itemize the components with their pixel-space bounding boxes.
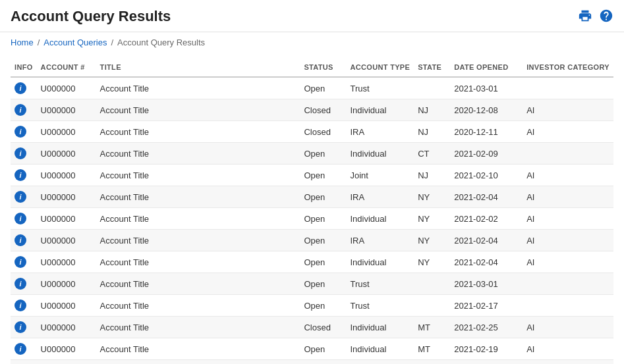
- cell-status: Open: [300, 251, 346, 273]
- table-row: iU000000Account TitleClosedIndividualNJ2…: [11, 99, 613, 121]
- cell-status: Open: [300, 360, 346, 365]
- info-icon[interactable]: i: [14, 213, 26, 224]
- cell-title: Account Title: [96, 273, 300, 295]
- info-icon[interactable]: i: [14, 147, 26, 159]
- col-header-info: INFO: [11, 58, 37, 77]
- cell-dateopened: 2021-02-10: [450, 360, 523, 365]
- cell-title: Account Title: [96, 208, 300, 230]
- info-icon[interactable]: i: [14, 278, 26, 290]
- cell-investorcategory: [523, 143, 613, 165]
- cell-account: U000000: [37, 317, 96, 338]
- col-header-dateopened: DATE OPENED: [450, 58, 523, 77]
- cell-account: U000000: [37, 165, 96, 186]
- cell-accounttype: Individual: [346, 99, 414, 121]
- info-icon[interactable]: i: [14, 343, 26, 355]
- cell-investorcategory: AI: [523, 121, 613, 143]
- cell-investorcategory: AI: [523, 99, 613, 121]
- cell-dateopened: 2021-02-04: [450, 230, 523, 251]
- cell-accounttype: Individual: [346, 317, 414, 338]
- cell-dateopened: 2020-12-11: [450, 121, 523, 143]
- col-header-account: ACCOUNT #: [37, 58, 96, 77]
- cell-title: Account Title: [96, 251, 300, 273]
- table-row: iU000000Account TitleOpenIndividualMT202…: [11, 338, 613, 360]
- table-row: iU000000Account TitleClosedIndividualMT2…: [11, 317, 613, 338]
- cell-investorcategory: [523, 273, 613, 295]
- cell-info: i: [11, 121, 37, 143]
- info-icon[interactable]: i: [14, 256, 26, 268]
- cell-status: Open: [300, 143, 346, 165]
- col-header-state: STATE: [414, 58, 450, 77]
- cell-dateopened: 2021-02-17: [450, 295, 523, 317]
- cell-status: Open: [300, 165, 346, 186]
- cell-state: [414, 77, 450, 99]
- table-header-row: INFO ACCOUNT # TITLE STATUS ACCOUNT TYPE…: [11, 58, 613, 77]
- cell-account: U000000: [37, 143, 96, 165]
- breadcrumb-account-queries[interactable]: Account Queries: [43, 38, 107, 47]
- cell-accounttype: Trust: [346, 273, 414, 295]
- cell-title: Account Title: [96, 295, 300, 317]
- cell-title: Account Title: [96, 360, 300, 365]
- cell-investorcategory: [523, 77, 613, 99]
- cell-investorcategory: AI: [523, 186, 613, 208]
- cell-account: U000000: [37, 338, 96, 360]
- cell-title: Account Title: [96, 121, 300, 143]
- info-icon[interactable]: i: [14, 191, 26, 203]
- cell-dateopened: 2021-02-25: [450, 317, 523, 338]
- cell-state: NJ: [414, 121, 450, 143]
- cell-accounttype: Trust: [346, 360, 414, 365]
- cell-accounttype: Individual: [346, 251, 414, 273]
- cell-title: Account Title: [96, 230, 300, 251]
- info-icon[interactable]: i: [14, 169, 26, 181]
- cell-state: NJ: [414, 99, 450, 121]
- cell-account: U000000: [37, 295, 96, 317]
- cell-status: Open: [300, 295, 346, 317]
- cell-status: Closed: [300, 317, 346, 338]
- cell-title: Account Title: [96, 186, 300, 208]
- cell-account: U000000: [37, 273, 96, 295]
- cell-state: MT: [414, 338, 450, 360]
- cell-info: i: [11, 251, 37, 273]
- info-icon[interactable]: i: [14, 126, 26, 138]
- cell-title: Account Title: [96, 338, 300, 360]
- cell-title: Account Title: [96, 317, 300, 338]
- info-icon[interactable]: i: [14, 82, 26, 94]
- info-icon[interactable]: i: [14, 299, 26, 311]
- cell-investorcategory: AI: [523, 165, 613, 186]
- cell-title: Account Title: [96, 143, 300, 165]
- cell-account: U000000: [37, 121, 96, 143]
- cell-info: i: [11, 360, 37, 365]
- help-icon[interactable]: [599, 9, 613, 25]
- cell-title: Account Title: [96, 99, 300, 121]
- info-icon[interactable]: i: [14, 234, 26, 246]
- cell-dateopened: 2021-02-09: [450, 143, 523, 165]
- info-icon[interactable]: i: [14, 104, 26, 116]
- table-row: iU000000Account TitleOpenIndividualCT202…: [11, 143, 613, 165]
- cell-accounttype: IRA: [346, 186, 414, 208]
- cell-dateopened: 2021-02-04: [450, 186, 523, 208]
- cell-dateopened: 2021-02-10: [450, 165, 523, 186]
- cell-info: i: [11, 230, 37, 251]
- cell-status: Open: [300, 273, 346, 295]
- info-icon[interactable]: i: [14, 321, 26, 333]
- table-row: iU000000Account TitleClosedIRANJ2020-12-…: [11, 121, 613, 143]
- breadcrumb-home[interactable]: Home: [11, 38, 34, 47]
- cell-account: U000000: [37, 251, 96, 273]
- cell-accounttype: Individual: [346, 338, 414, 360]
- table-row: iU000000Account TitleOpenJointNJ2021-02-…: [11, 165, 613, 186]
- page-header: Account Query Results: [0, 0, 624, 32]
- results-table: INFO ACCOUNT # TITLE STATUS ACCOUNT TYPE…: [11, 58, 613, 364]
- table-row: iU000000Account TitleOpenIndividualNY202…: [11, 251, 613, 273]
- cell-status: Open: [300, 338, 346, 360]
- table-row: iU000000Account TitleOpenTrust2021-03-01: [11, 77, 613, 99]
- cell-status: Open: [300, 208, 346, 230]
- print-icon[interactable]: [578, 9, 592, 25]
- cell-state: NY: [414, 208, 450, 230]
- cell-info: i: [11, 143, 37, 165]
- breadcrumb-current: Account Query Results: [117, 38, 205, 47]
- cell-state: NY: [414, 230, 450, 251]
- col-header-accounttype: ACCOUNT TYPE: [346, 58, 414, 77]
- cell-state: NJ: [414, 165, 450, 186]
- breadcrumb-sep-2: /: [111, 38, 113, 47]
- cell-status: Open: [300, 230, 346, 251]
- cell-state: [414, 273, 450, 295]
